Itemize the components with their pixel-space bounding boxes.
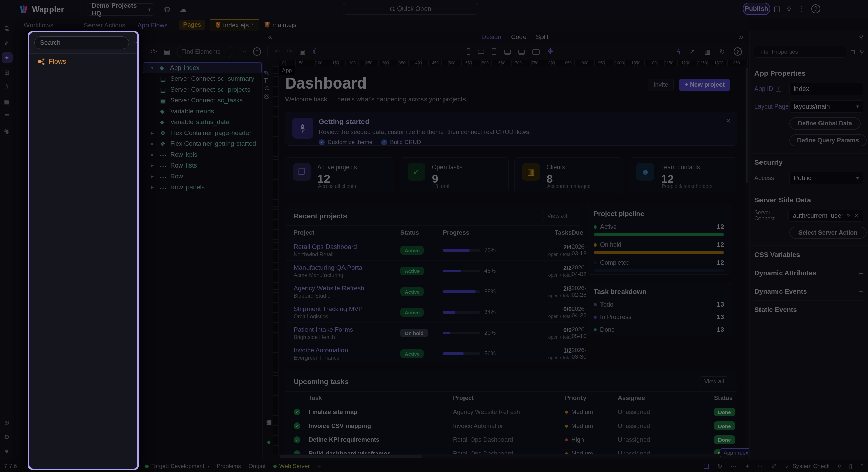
table-row[interactable]: Agency Website Refresh Bluebird Studio A…	[285, 281, 580, 302]
rail-icon[interactable]: ⊞	[2, 67, 13, 78]
view-all-button[interactable]: View all	[542, 211, 572, 221]
tablet-icon[interactable]	[492, 48, 496, 55]
tab-app-flows[interactable]: App Flows	[138, 22, 168, 29]
expand-panel-icon[interactable]: »	[739, 33, 743, 41]
statusbar-icon[interactable]: ✐	[772, 463, 777, 470]
statusbar-icon[interactable]: ✦	[745, 463, 750, 470]
rail-bottom-icon[interactable]: ⚙	[2, 432, 13, 442]
tree-chevron-icon[interactable]: ▸	[151, 173, 160, 179]
statusbar-icon[interactable]: ^	[861, 463, 863, 470]
rail-icon[interactable]: ◉	[2, 125, 13, 136]
tree-item[interactable]: ▸ Row panels	[142, 182, 262, 193]
tree-item[interactable]: Server Connect sc_projects	[142, 84, 262, 95]
web-server-button[interactable]: Web Server	[273, 463, 310, 470]
more-icon[interactable]: ⋯	[133, 39, 139, 47]
qr-code-icon[interactable]: ▦	[704, 47, 710, 56]
new-project-button[interactable]: + New project	[679, 79, 730, 91]
problems-button[interactable]: Problems	[217, 463, 241, 470]
dark-mode-icon[interactable]: ☾	[312, 47, 320, 56]
table-row[interactable]: ✓ Invoice CSV mapping Invoice Automation…	[285, 419, 737, 433]
vertical-scrollbar[interactable]	[745, 66, 749, 454]
add-icon[interactable]: +	[859, 305, 863, 315]
pin-panel-icon[interactable]: ⚲	[859, 33, 863, 41]
file-tab[interactable]: 5 index.ejs °	[210, 19, 259, 31]
code-view-icon[interactable]: </>	[149, 48, 157, 55]
rail-icon[interactable]: ⧉	[2, 23, 13, 34]
tree-item[interactable]: ▸ Row	[142, 171, 262, 182]
settings-icon[interactable]: ⚙	[164, 5, 171, 14]
view-design[interactable]: Design	[481, 33, 501, 41]
view-split[interactable]: Split	[536, 33, 549, 41]
system-check-button[interactable]: ✓ System Check	[785, 463, 830, 470]
close-icon[interactable]: ✕	[726, 117, 731, 125]
publish-button[interactable]: Publish	[743, 3, 770, 15]
tree-chevron-icon[interactable]: ▾	[151, 65, 160, 71]
tool-icon[interactable]: ☺	[264, 84, 270, 92]
statusbar-icon[interactable]: ↻	[717, 463, 722, 470]
rail-icon[interactable]: #	[2, 81, 13, 92]
help-icon[interactable]: ?	[811, 4, 820, 13]
add-panel-icon[interactable]: +	[317, 462, 321, 470]
access-select[interactable]: Public ▾	[789, 172, 863, 184]
add-icon[interactable]: +	[859, 269, 863, 278]
horizontal-scrollbar[interactable]	[279, 454, 745, 458]
edit-pencil-icon[interactable]: ✎	[846, 212, 851, 219]
laptop-icon[interactable]	[504, 50, 511, 54]
collapsible-section[interactable]: Dynamic Attributes +	[754, 264, 863, 282]
collapsible-section[interactable]: CSS Variables +	[754, 246, 863, 264]
open-browser-icon[interactable]: ↗	[690, 47, 695, 56]
desktop-icon[interactable]	[518, 50, 525, 54]
tool-icon[interactable]: T	[264, 77, 268, 84]
table-row[interactable]: ✓ Define KPI requirements Retail Ops Das…	[285, 433, 737, 447]
tree-item[interactable]: ▸ Flex Container getting-started	[142, 138, 262, 149]
design-canvas[interactable]: App Dashboard Welcome back — here's what…	[279, 66, 745, 454]
rail-icon[interactable]: ▦	[2, 96, 13, 107]
clear-icon[interactable]: ✕	[854, 213, 859, 219]
rail-icon[interactable]: ≣	[2, 111, 13, 121]
output-button[interactable]: Output	[249, 463, 266, 470]
statusbar-icon[interactable]: ◊	[838, 463, 841, 470]
filter-properties-input[interactable]	[754, 46, 846, 58]
rail-bottom-icon[interactable]: ♥	[2, 446, 13, 457]
statusbar-icon[interactable]: ⋯	[731, 463, 737, 470]
actions-bolt-icon[interactable]: ϟ	[677, 48, 681, 56]
tree-chevron-icon[interactable]: ▸	[151, 184, 160, 190]
target-selector[interactable]: Target: Development ▾	[145, 463, 209, 470]
tree-item[interactable]: ▸ Row kpis	[142, 149, 262, 160]
tool-icon[interactable]: ✎	[264, 70, 269, 77]
view-code[interactable]: Code	[511, 33, 526, 41]
find-elements-input[interactable]: Find Elements	[176, 46, 233, 57]
select-server-action-button[interactable]: Select Server Action	[789, 227, 867, 239]
table-row[interactable]: Manufacturing QA Portal Acme Manufacturi…	[285, 261, 580, 281]
device-frame-icon[interactable]	[704, 464, 709, 469]
tool-icon[interactable]: ◎	[264, 92, 270, 99]
help-icon[interactable]: ?	[734, 47, 742, 56]
flows-search-input[interactable]	[34, 36, 129, 49]
rail-icon[interactable]: ✦	[2, 52, 13, 63]
collapsible-section[interactable]: Static Events +	[754, 301, 863, 319]
theme-droplet-icon[interactable]: ◊	[787, 5, 791, 13]
tab-server-actions[interactable]: Server Actions	[84, 22, 125, 29]
tree-chevron-icon[interactable]: ▸	[151, 141, 160, 147]
quick-open-button[interactable]: Quick Open	[343, 3, 478, 15]
define-global-data-button[interactable]: Define Global Data	[789, 117, 861, 130]
cloud-sync-icon[interactable]: ☁	[179, 5, 187, 14]
table-row[interactable]: Invoice Automation Evergreen Finance Act…	[285, 343, 580, 364]
file-tab[interactable]: 5 main.ejs	[259, 19, 304, 31]
tool-icon[interactable]: i	[269, 77, 271, 84]
tree-chevron-icon[interactable]: ▸	[151, 130, 160, 136]
project-selector[interactable]: Demo Projects HQ ▾	[87, 3, 155, 16]
tree-item[interactable]: ▸ Row lists	[142, 160, 262, 171]
tree-item[interactable]: Variable status_data	[142, 117, 262, 127]
grid-toggle-icon[interactable]: ▦	[264, 418, 274, 426]
tree-chevron-icon[interactable]: ▸	[151, 152, 160, 158]
server-connect-input[interactable]: auth/current_user ✎ ✕	[788, 210, 863, 222]
add-icon[interactable]: +	[859, 250, 863, 260]
tree-item[interactable]: ▾ App index	[143, 62, 262, 73]
undo-icon[interactable]: ↶	[274, 47, 280, 56]
refresh-icon[interactable]: ↻	[719, 47, 725, 56]
invite-button[interactable]: Invite	[648, 79, 674, 91]
tree-item[interactable]: Server Connect sc_summary	[142, 73, 262, 84]
package-icon[interactable]: ▣	[164, 47, 170, 56]
statusbar-icon[interactable]: ☞	[758, 463, 764, 470]
